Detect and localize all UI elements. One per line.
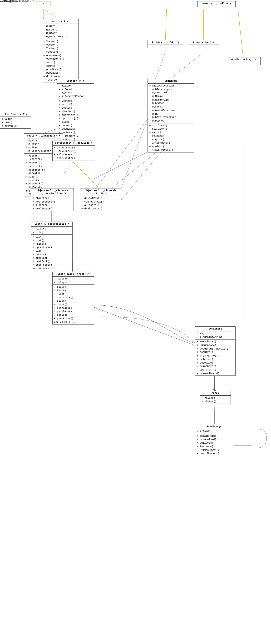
box-ListTNodePoolSize: List< T, nodePoolSize > - m_Count - m_Ma… xyxy=(31,222,73,271)
box-Semaphore-title: Semaphore xyxy=(195,327,235,331)
box-VectorT-public: + Vector() + Vector() + Vector() + ~Vect… xyxy=(42,39,78,82)
member: + release() xyxy=(197,358,234,361)
box-T-name: T xyxy=(43,2,44,5)
member: + operator=() xyxy=(33,246,71,249)
box-AtomicBool-section xyxy=(188,45,219,48)
member: - m_Magic xyxy=(33,231,71,234)
box-ObjectPoolListNode16-title: ObjectPool< _ListNode_t, 16 > xyxy=(80,188,121,196)
member: + allow_recursion xyxy=(149,84,192,88)
member: + value xyxy=(2,118,29,121)
member: + pushBack() xyxy=(25,182,61,186)
box-VectorT-name: Vector< T > xyxy=(52,20,68,23)
svg-line-3 xyxy=(238,9,243,57)
box-ObjectPoolListNode16: ObjectPool< _ListNode_t, 16 > + ObjectPo… xyxy=(80,188,121,211)
member: + ~Semaphore() xyxy=(197,344,234,347)
box-Mutex: Mutex + Mutex() + ~Mutex() xyxy=(200,391,231,404)
member: + size() xyxy=(33,249,71,253)
member: + ObjectPool() xyxy=(33,196,72,200)
member: - m_Count xyxy=(59,88,92,91)
member: - m_Ra xyxy=(149,112,192,116)
box-ObjectPoolListNodeNodePoolSize-public: + ObjectPool() + ~ObjectPool() + allocat… xyxy=(31,196,73,211)
box-AsidManager-name: AsidManager xyxy=(207,425,223,428)
box-ListClassThread: List< class Thread* > - m_Count - m_Magi… xyxy=(52,272,94,324)
member: + count() xyxy=(33,253,71,256)
box-ObjectPoolTPoolSize-public: + ObjectPool() + ~ObjectPool() + allocat… xyxy=(53,145,95,160)
box-ListNodeT-title: _ListNode_t< T > xyxy=(0,112,31,117)
member: + count() xyxy=(54,303,92,306)
member: + Vector() xyxy=(59,103,92,106)
member: - m_Count xyxy=(33,227,71,231)
member: + size() xyxy=(43,61,77,64)
member: - AsidManager() xyxy=(197,448,233,452)
member: + operator[]() xyxy=(59,117,92,120)
box-Spinlock-title: Spinlock xyxy=(148,79,194,84)
box-ListTNodePoolSize-title: List< T, nodePoolSize > xyxy=(31,222,72,226)
member: + next() xyxy=(2,121,29,124)
box-ObjectPoolTPoolSize-name: ObjectPool< T, poolSize > xyxy=(55,142,93,144)
member: - removeThread() xyxy=(197,372,234,375)
member: + Spinlock() xyxy=(149,124,192,128)
box-ObjectPoolListNodeNodePoolSize-name: ObjectPool< _ListNode_t, nodePoolSize > xyxy=(37,189,68,195)
member: + operator[]() xyxy=(43,57,77,61)
box-AtomicUint64: Atomic< uint64_t > xyxy=(148,40,183,48)
box-AtomicUint64-section xyxy=(148,45,183,48)
member: - m_Asids xyxy=(197,430,233,433)
member: - m_Magic xyxy=(54,281,92,284)
box-AtomicTbAllow-section xyxy=(198,6,235,7)
box-Mutex-public: + Mutex() + ~Mutex() xyxy=(200,396,231,404)
box-VectorT-title: Vector< T > xyxy=(42,19,78,24)
member: + ~List() xyxy=(54,292,92,296)
box-VectorTT-title: Vector< T* > xyxy=(57,79,94,84)
member: + Semaphore() xyxy=(197,340,234,344)
svg-line-18 xyxy=(73,162,99,188)
member: + acquireWithResult() xyxy=(197,347,234,351)
member: - m_bOwned xyxy=(149,119,192,123)
member: + interrupts() xyxy=(149,141,192,145)
box-Semaphore-name: Semaphore xyxy=(209,327,222,330)
member: + pushBack() xyxy=(59,127,92,131)
member: + pushBack() xyxy=(43,68,77,71)
box-Semaphore: Semaphore - magic - m_bCanInterrupt + Se… xyxy=(195,326,236,376)
member: + unwind() xyxy=(149,145,192,148)
member: + ~Vector() xyxy=(25,165,61,168)
member: + operator=() xyxy=(59,114,92,117)
member: + size() xyxy=(25,175,61,179)
member: - m_Start xyxy=(59,91,92,94)
member: + pushFront() xyxy=(33,263,71,267)
box-ListClassThread-private: - m_Count - m_Magic xyxy=(53,276,94,284)
member: - m_Level xyxy=(149,105,192,109)
member: - magic xyxy=(197,332,234,336)
box-ListTNodePoolSize-name: List< T, nodePoolSize > xyxy=(34,222,69,226)
member: + Vector() xyxy=(43,47,77,50)
member: + Mutex() xyxy=(202,396,229,400)
box-ListTNodePoolSize-public: + List() + List() + ~List() + operator=(… xyxy=(31,234,72,271)
box-AsidManager-title: AsidManager xyxy=(195,424,234,429)
box-Semaphore-public: + Semaphore() + ~Semaphore() + acquireWi… xyxy=(195,339,235,376)
box-Spinlock-name: Spinlock xyxy=(165,80,177,82)
svg-line-1 xyxy=(165,9,167,40)
member: + popBack() xyxy=(54,313,92,317)
member: - m_Size xyxy=(59,84,92,88)
box-Spinlock-public: + Spinlock() + Spinlock() + exit() + rel… xyxy=(148,123,194,152)
member: + pushBack() xyxy=(33,260,71,263)
box-AtomicSsizeT-title: Atomic< ssize_t > xyxy=(226,58,260,62)
member: - m_Start xyxy=(43,32,77,35)
svg-line-20 xyxy=(171,52,203,78)
member: + List() xyxy=(33,235,71,239)
member: and 19 more... xyxy=(59,134,92,138)
box-AtomicSsizeT: Atomic< ssize_t > xyxy=(226,57,261,65)
box-AsidManager-private: - m_Asids xyxy=(195,429,234,434)
member: - m_OwnedProcessor xyxy=(149,109,192,112)
member: - Semaphore() xyxy=(197,364,234,368)
member: + allocate() xyxy=(54,153,93,156)
box-Semaphore-private: - magic - m_bCanInterrupt xyxy=(195,331,235,339)
box-AtomicTbAllow-title: Atomic< T, bAllow > xyxy=(198,2,235,6)
member: + List() xyxy=(54,289,92,292)
member: + obtainAsid() xyxy=(197,434,233,438)
box-VectorListNodeT-title: Vector< _ListNode_t* > xyxy=(24,134,63,138)
member: + ~Mutex() xyxy=(202,400,229,403)
member: + ~Vector() xyxy=(43,50,77,54)
box-VectorTT-name: Vector< T* > xyxy=(67,80,85,82)
member: - trackRelease() xyxy=(149,148,192,152)
box-ListNodeT-name: _ListNode_t< T > xyxy=(3,113,28,116)
